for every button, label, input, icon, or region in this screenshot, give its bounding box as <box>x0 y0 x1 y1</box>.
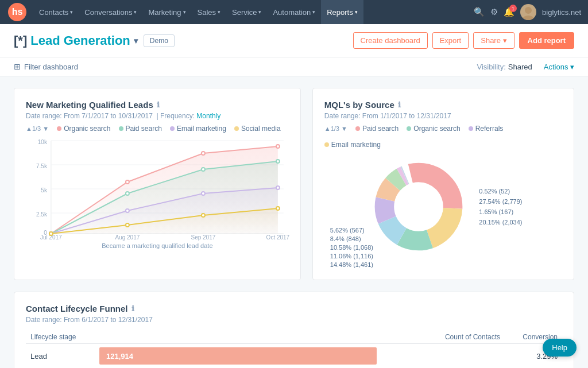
funnel-info-icon[interactable]: ℹ <box>131 304 134 313</box>
visibility-label: Visibility: <box>477 63 505 71</box>
funnel-table: Lifecycle stage Count of Contacts Conver… <box>26 331 562 368</box>
svg-point-35 <box>49 232 53 235</box>
svg-text:Aug 2017: Aug 2017 <box>115 234 140 241</box>
page-header: [*] Lead Generation ▾ Demo Create dashbo… <box>0 24 588 57</box>
legend2-paid: Paid search <box>355 125 399 133</box>
donut-label-8: 14.48% (1,461) <box>330 261 562 268</box>
stage-name-lead: Lead <box>26 344 95 369</box>
chart1-legend: ▲1/3 ▼ Organic search Paid search Email … <box>26 125 289 133</box>
notification-badge: 1 <box>509 5 517 12</box>
nav-item-service[interactable]: Service ▾ <box>226 0 267 24</box>
sort-label[interactable]: ▲1/3 ▼ <box>26 125 49 132</box>
sort-label2[interactable]: ▲1/3 ▼ <box>324 125 347 132</box>
dashboard-title: [*] Lead Generation ▾ <box>14 33 138 48</box>
search-icon[interactable]: 🔍 <box>474 7 485 17</box>
share-button[interactable]: Share ▾ <box>473 32 514 49</box>
svg-point-21 <box>126 180 129 184</box>
charts-row: New Marketing Qualified Leads ℹ Date ran… <box>14 88 574 280</box>
title-bracket: [*] <box>14 33 27 48</box>
title-dropdown-icon[interactable]: ▾ <box>134 36 138 45</box>
legend-item-social: Social media <box>234 125 281 133</box>
count-cell-lead <box>430 344 505 369</box>
settings-icon[interactable]: ⚙ <box>490 7 498 17</box>
add-report-button[interactable]: Add report <box>519 32 574 49</box>
svg-text:hs: hs <box>12 7 23 17</box>
col-stage-header: Lifecycle stage <box>26 331 95 344</box>
funnel-card: Contact Lifecycle Funnel ℹ Date range: F… <box>14 292 574 368</box>
x-axis-label: Became a marketing qualified lead date <box>26 242 289 249</box>
legend-item-organic: Organic search <box>57 125 110 133</box>
donut-label-4: 5.62% (567) <box>330 227 562 234</box>
svg-point-27 <box>202 168 205 171</box>
svg-point-36 <box>126 223 129 227</box>
svg-point-31 <box>126 209 129 212</box>
nav-item-contacts[interactable]: Contacts ▾ <box>33 0 79 24</box>
col-bar-header <box>95 331 430 344</box>
chart2-title: MQL's by Source ℹ <box>324 100 562 110</box>
donut-labels-left: 5.62% (567) 8.4% (848) 10.58% (1,068) 11… <box>330 227 562 268</box>
col-count-header: Count of Contacts <box>430 331 505 344</box>
svg-text:2.5k: 2.5k <box>36 211 48 218</box>
main-content: New Marketing Qualified Leads ℹ Date ran… <box>0 76 588 368</box>
nav-item-conversations[interactable]: Conversations ▾ <box>79 0 142 24</box>
svg-point-38 <box>276 207 280 210</box>
line-chart: 10k 7.5k 5k 2.5k 0 Jul 2017 Aug 2017 <box>26 136 289 249</box>
title-text: Lead Generation <box>30 33 130 48</box>
nav-right: 🔍 ⚙ 🔔 1 biglytics.net <box>474 4 581 20</box>
legend2-referrals: Referrals <box>469 125 504 133</box>
visibility-value: Shared <box>508 63 532 71</box>
funnel-date-range: Date range: From 6/1/2017 to 12/31/2017 <box>26 316 562 324</box>
svg-point-32 <box>202 192 205 195</box>
legend-item-email: Email marketing <box>170 125 226 133</box>
donut-label-5: 8.4% (848) <box>330 235 562 242</box>
svg-text:Sep 2017: Sep 2017 <box>191 234 215 241</box>
svg-point-26 <box>126 192 129 195</box>
svg-point-2 <box>525 7 532 14</box>
nav-item-automation[interactable]: Automation ▾ <box>267 0 321 24</box>
navbar: hs Contacts ▾ Conversations ▾ Marketing … <box>0 0 588 24</box>
svg-text:10k: 10k <box>38 139 48 145</box>
actions-button[interactable]: Actions ▾ <box>544 63 574 71</box>
svg-text:7.5k: 7.5k <box>36 163 48 169</box>
svg-text:Oct 2017: Oct 2017 <box>266 234 290 241</box>
bar-lead: 121,914 <box>99 347 377 365</box>
chart2-info-icon[interactable]: ℹ <box>398 100 401 109</box>
nav-item-marketing[interactable]: Marketing ▾ <box>142 0 191 24</box>
nav-items: Contacts ▾ Conversations ▾ Marketing ▾ S… <box>33 0 474 24</box>
donut-label-2: 1.65% (167) <box>479 208 522 215</box>
svg-text:5k: 5k <box>41 187 48 193</box>
user-avatar[interactable] <box>520 4 536 20</box>
chart2-legend: ▲1/3 ▼ Paid search Organic search Referr… <box>324 125 562 149</box>
svg-point-22 <box>202 152 205 155</box>
legend2-organic: Organic search <box>407 125 460 133</box>
help-button[interactable]: Help <box>543 339 577 357</box>
chart2-date-range: Date range: From 1/1/2017 to 12/31/2017 <box>324 112 562 120</box>
legend2-email: Email marketing <box>324 141 381 149</box>
svg-point-28 <box>276 160 280 163</box>
export-button[interactable]: Export <box>432 32 469 49</box>
donut-label-3: 20.15% (2,034) <box>479 219 522 226</box>
filter-dashboard-button[interactable]: ⊞ Filter dashboard <box>14 62 78 71</box>
chart-card-mql-source: MQL's by Source ℹ Date range: From 1/1/2… <box>312 88 574 280</box>
chart1-title: New Marketing Qualified Leads ℹ <box>26 100 289 110</box>
table-row: Lead 121,914 3.29% <box>26 344 562 369</box>
demo-badge: Demo <box>144 34 175 47</box>
donut-label-6: 10.58% (1,068) <box>330 244 562 251</box>
nav-item-sales[interactable]: Sales ▾ <box>192 0 227 24</box>
chart-card-mql: New Marketing Qualified Leads ℹ Date ran… <box>14 88 301 280</box>
chart1-info-icon[interactable]: ℹ <box>157 100 160 109</box>
nav-item-reports[interactable]: Reports ▾ <box>321 0 363 24</box>
svg-point-48 <box>397 185 440 228</box>
filter-label: Filter dashboard <box>24 63 78 71</box>
create-dashboard-button[interactable]: Create dashboard <box>353 32 428 49</box>
svg-point-23 <box>276 145 280 148</box>
bar-cell-lead: 121,914 <box>95 344 430 369</box>
notifications-icon[interactable]: 🔔 1 <box>504 7 514 17</box>
funnel-title: Contact Lifecycle Funnel ℹ <box>26 304 562 313</box>
header-left: [*] Lead Generation ▾ Demo <box>14 33 175 48</box>
svg-point-33 <box>276 186 280 189</box>
user-name[interactable]: biglytics.net <box>542 8 581 17</box>
svg-point-3 <box>523 16 534 20</box>
nav-logo: hs <box>7 2 28 22</box>
header-right: Create dashboard Export Share ▾ Add repo… <box>353 32 574 49</box>
